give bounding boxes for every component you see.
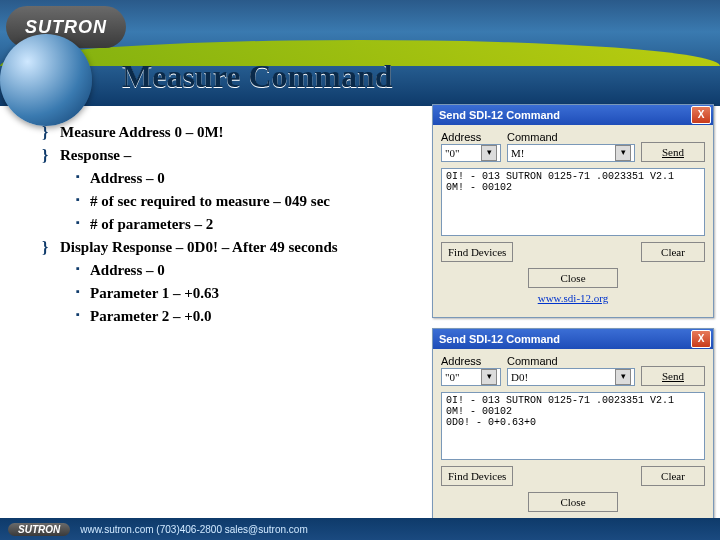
slide-body: Measure Address 0 – 0M! Response – Addre… <box>0 110 720 518</box>
find-devices-button[interactable]: Find Devices <box>441 466 513 486</box>
header-band: SUTRON Measure Command <box>0 0 720 106</box>
command-value: M! <box>511 147 524 159</box>
command-combo[interactable]: M! ▾ <box>507 144 635 162</box>
command-label: Command <box>507 355 635 367</box>
bullet-2b: # of sec required to measure – 049 sec <box>76 193 412 210</box>
bullet-list: Measure Address 0 – 0M! Response – Addre… <box>42 124 412 325</box>
footer-contact: www.sutron.com (703)406-2800 sales@sutro… <box>80 524 307 535</box>
bullet-2: Response – <box>42 147 412 164</box>
bullet-2c: # of parameters – 2 <box>76 216 412 233</box>
clear-button[interactable]: Clear <box>641 466 705 486</box>
clear-button[interactable]: Clear <box>641 242 705 262</box>
chevron-down-icon[interactable]: ▾ <box>481 145 497 161</box>
close-button[interactable]: Close <box>528 492 618 512</box>
command-value: D0! <box>511 371 528 383</box>
bullet-3c: Parameter 2 – +0.0 <box>76 308 412 325</box>
command-label: Command <box>507 131 635 143</box>
page-title: Measure Command <box>122 58 393 95</box>
dialog1-title: Send SDI-12 Command <box>439 109 560 121</box>
close-button[interactable]: Close <box>528 268 618 288</box>
bullet-3a: Address – 0 <box>76 262 412 279</box>
close-icon[interactable]: X <box>691 330 711 348</box>
bullet-3b: Parameter 1 – +0.63 <box>76 285 412 302</box>
output-textbox[interactable]: 0I! - 013 SUTRON 0125-71 .0023351 V2.1 0… <box>441 392 705 460</box>
bullet-3: Display Response – 0D0! – After 49 secon… <box>42 239 412 256</box>
address-combo[interactable]: "0" ▾ <box>441 368 501 386</box>
dialog1-titlebar: Send SDI-12 Command X <box>433 105 713 125</box>
dialog2-title: Send SDI-12 Command <box>439 333 560 345</box>
address-label: Address <box>441 355 501 367</box>
dialog-send-sdi12-2: Send SDI-12 Command X Address "0" ▾ Comm… <box>432 328 714 522</box>
command-combo[interactable]: D0! ▾ <box>507 368 635 386</box>
send-button[interactable]: Send <box>641 142 705 162</box>
address-combo[interactable]: "0" ▾ <box>441 144 501 162</box>
chevron-down-icon[interactable]: ▾ <box>615 369 631 385</box>
address-value: "0" <box>445 371 459 383</box>
sdi12-link[interactable]: www.sdi-12.org <box>441 292 705 304</box>
address-value: "0" <box>445 147 459 159</box>
output-textbox[interactable]: 0I! - 013 SUTRON 0125-71 .0023351 V2.1 0… <box>441 168 705 236</box>
bullet-1: Measure Address 0 – 0M! <box>42 124 412 141</box>
chevron-down-icon[interactable]: ▾ <box>615 145 631 161</box>
send-button[interactable]: Send <box>641 366 705 386</box>
close-icon[interactable]: X <box>691 106 711 124</box>
dialog-send-sdi12-1: Send SDI-12 Command X Address "0" ▾ Comm… <box>432 104 714 318</box>
chevron-down-icon[interactable]: ▾ <box>481 369 497 385</box>
dialog2-titlebar: Send SDI-12 Command X <box>433 329 713 349</box>
footer-logo: SUTRON <box>8 523 70 536</box>
address-label: Address <box>441 131 501 143</box>
footer-bar: SUTRON www.sutron.com (703)406-2800 sale… <box>0 518 720 540</box>
find-devices-button[interactable]: Find Devices <box>441 242 513 262</box>
bullet-2a: Address – 0 <box>76 170 412 187</box>
